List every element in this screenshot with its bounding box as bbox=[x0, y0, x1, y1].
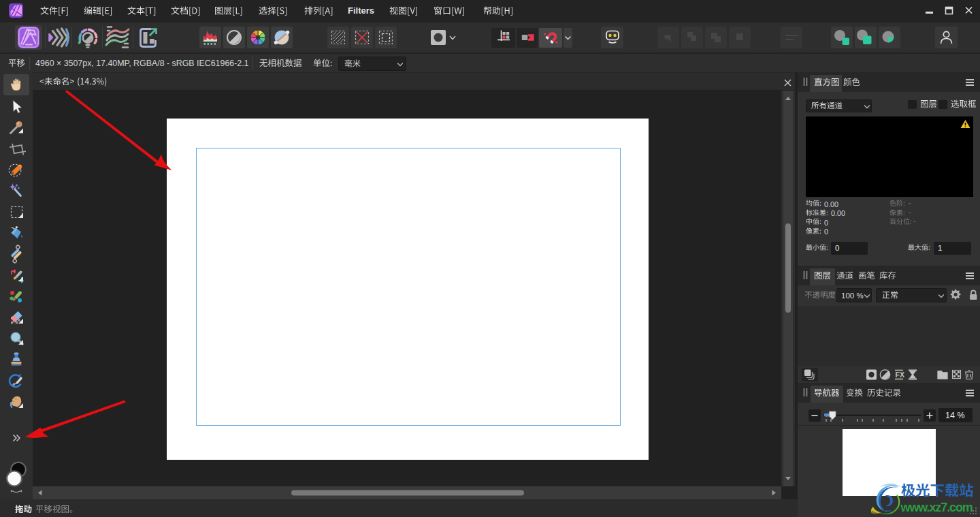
svg-text:FX: FX bbox=[896, 371, 904, 379]
